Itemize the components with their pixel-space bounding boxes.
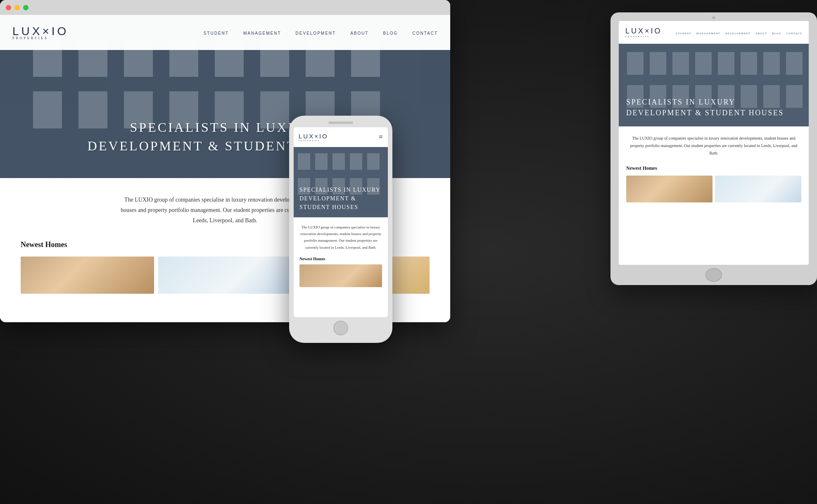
nav-development-desktop[interactable]: DEVELOPMENT	[296, 31, 336, 36]
tablet-nav-links: STUDENT MANAGEMENT DEVELOPMENT ABOUT BLO…	[676, 29, 802, 36]
nav-contact-tablet[interactable]: CONTACT	[786, 32, 802, 35]
phone-newest-title: Newest Homes	[299, 257, 382, 261]
tablet-property-images	[626, 176, 801, 202]
tablet-newest-title: Newest Homes	[626, 165, 801, 171]
tablet-hero-heading: SPECIALISTS IN LUXURY DEVELOPMENT & STUD…	[626, 97, 801, 118]
desktop-logo[interactable]: LUX×IO PROPERTIES	[12, 25, 69, 40]
tablet-property-image-2[interactable]	[715, 176, 801, 202]
nav-blog-tablet[interactable]: BLOG	[772, 32, 781, 35]
phone-device: LUX×IO PROPERTIES ≡ SPECIALISTS IN LUXUR…	[289, 116, 392, 343]
phone-hero-text: SPECIALISTS IN LUXURY DEVELOPMENT & STUD…	[299, 185, 382, 212]
brand-sub-phone: PROPERTIES	[299, 140, 328, 142]
nav-development-tablet[interactable]: DEVELOPMENT	[725, 32, 750, 35]
phone-logo[interactable]: LUX×IO PROPERTIES	[299, 133, 328, 142]
nav-about-desktop[interactable]: ABOUT	[350, 31, 368, 36]
nav-management-desktop[interactable]: MANAGEMENT	[243, 31, 281, 36]
tablet-camera	[712, 17, 715, 19]
maximize-icon[interactable]	[23, 5, 28, 10]
nav-management-tablet[interactable]: MANAGEMENT	[696, 32, 720, 35]
tablet-home-button[interactable]	[705, 268, 722, 282]
brand-sub-tablet: PROPERTIES	[625, 36, 662, 38]
tablet-body: The LUXIO group of companies specialise …	[619, 126, 809, 209]
phone-hero-heading: SPECIALISTS IN LUXURY DEVELOPMENT & STUD…	[299, 185, 382, 212]
phone-speaker	[328, 121, 353, 124]
tablet-hero-text: SPECIALISTS IN LUXURY DEVELOPMENT & STUD…	[626, 97, 801, 118]
minimize-icon[interactable]	[14, 5, 20, 10]
nav-about-tablet[interactable]: ABOUT	[755, 32, 767, 35]
desktop-navbar: LUX×IO PROPERTIES STUDENT MANAGEMENT DEV…	[0, 15, 450, 50]
phone-intro-text: The LUXIO group of companies specialise …	[299, 224, 382, 251]
desktop-nav-links: STUDENT MANAGEMENT DEVELOPMENT ABOUT BLO…	[204, 29, 438, 36]
brand-name-tablet: LUX×IO	[625, 27, 662, 36]
phone-home-button[interactable]	[333, 321, 348, 335]
phone-hero: SPECIALISTS IN LUXURY DEVELOPMENT & STUD…	[294, 147, 388, 217]
hamburger-menu-icon[interactable]: ≡	[379, 133, 383, 141]
tablet-hero: SPECIALISTS IN LUXURY DEVELOPMENT & STUD…	[619, 44, 809, 126]
close-icon[interactable]	[6, 5, 11, 10]
tablet-navbar: LUX×IO PROPERTIES STUDENT MANAGEMENT DEV…	[619, 21, 809, 44]
nav-student-tablet[interactable]: STUDENT	[676, 32, 691, 35]
brand-sub-desktop: PROPERTIES	[12, 36, 69, 40]
nav-contact-desktop[interactable]: CONTACT	[412, 31, 438, 36]
nav-student-desktop[interactable]: STUDENT	[204, 31, 229, 36]
nav-blog-desktop[interactable]: BLOG	[383, 31, 398, 36]
browser-chrome-bar	[0, 0, 450, 15]
tablet-screen: LUX×IO PROPERTIES STUDENT MANAGEMENT DEV…	[619, 21, 809, 265]
tablet-intro-text: The LUXIO group of companies specialise …	[626, 135, 801, 157]
tablet-logo[interactable]: LUX×IO PROPERTIES	[625, 27, 662, 38]
phone-navbar: LUX×IO PROPERTIES ≡	[294, 127, 388, 147]
phone-property-image[interactable]	[299, 264, 382, 287]
brand-name-phone: LUX×IO	[299, 133, 328, 140]
phone-screen: LUX×IO PROPERTIES ≡ SPECIALISTS IN LUXUR…	[294, 127, 388, 317]
phone-body: The LUXIO group of companies specialise …	[294, 217, 388, 292]
property-image-1[interactable]	[21, 257, 154, 294]
property-image-2[interactable]	[158, 257, 292, 294]
tablet-property-image-1[interactable]	[626, 176, 712, 202]
tablet-device: LUX×IO PROPERTIES STUDENT MANAGEMENT DEV…	[610, 12, 817, 285]
